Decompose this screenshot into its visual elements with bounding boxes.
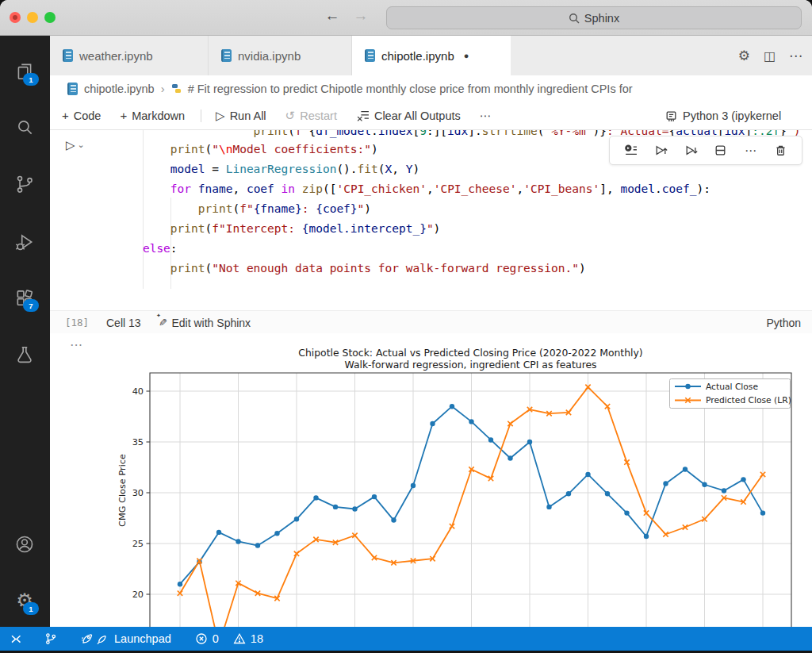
source-control-icon[interactable]	[14, 174, 35, 194]
status-bar: Launchpad 0 18	[0, 627, 812, 651]
code-line[interactable]: print("\nModel coefficients:")	[115, 140, 378, 159]
minimize-window-button[interactable]	[27, 12, 38, 23]
plus-icon: +	[120, 109, 127, 122]
execute-above-icon[interactable]	[653, 144, 668, 158]
run-by-line-icon[interactable]	[624, 144, 638, 158]
errors-count[interactable]: 0	[213, 632, 219, 645]
activity-bar: 1 7 ⚙ 1	[0, 36, 50, 627]
svg-text:30: 30	[132, 488, 144, 498]
breadcrumb[interactable]: chipotle.ipynb › # Fit regression to pre…	[50, 75, 812, 102]
editor-actions: ⚙ ◫ ⋯	[738, 36, 802, 75]
pencil-sparkle-icon: ✎✦	[159, 317, 167, 328]
split-cell-icon[interactable]	[714, 144, 728, 158]
accounts-icon[interactable]	[14, 534, 35, 555]
code-line[interactable]: print("Not enough data points for walk-f…	[115, 259, 586, 278]
git-branch-icon[interactable]	[44, 632, 57, 645]
command-center-search[interactable]: Sphinx	[386, 6, 802, 29]
settings-badge: 1	[23, 602, 39, 615]
breadcrumb-separator: ›	[161, 82, 165, 95]
kernel-picker[interactable]: Python 3 (ipykernel	[665, 102, 812, 130]
run-all-icon: ▷	[216, 109, 225, 123]
notebook-icon	[221, 49, 232, 62]
titlebar: ← → Sphinx	[0, 0, 812, 36]
notebook-icon	[67, 83, 78, 95]
run-cell-button[interactable]: ▷ ⌄	[66, 138, 85, 152]
add-markdown-cell-button[interactable]: + Markdown	[120, 109, 185, 122]
cell-more-actions-icon[interactable]: ⋯	[743, 144, 757, 158]
svg-text:25: 25	[132, 539, 144, 549]
run-debug-icon[interactable]	[14, 232, 35, 252]
restart-kernel-button[interactable]: ↺ Restart	[285, 109, 337, 123]
cell-status-bar: [18] Cell 13 ✎✦ Edit with Sphinx Python	[50, 310, 812, 335]
add-code-cell-button[interactable]: + Code	[62, 109, 101, 122]
cell-toolbar: ⋯	[609, 136, 802, 165]
vscode-window: ← → Sphinx 1 7 ⚙	[0, 0, 812, 653]
settings-gear-icon[interactable]: ⚙ 1	[14, 590, 35, 611]
code-line[interactable]: print(f"{fname}: {coef}")	[115, 199, 371, 219]
tab-bar: weather.ipynb nvidia.ipynb chipotle.ipyn…	[50, 36, 812, 75]
gear-icon[interactable]: ⚙	[738, 48, 750, 64]
execute-cell-and-below-icon[interactable]	[684, 144, 698, 158]
dirty-indicator[interactable]: ●	[464, 51, 469, 60]
svg-text:Predicted Close (LR): Predicted Close (LR)	[706, 395, 791, 405]
restart-icon: ↺	[285, 109, 296, 123]
svg-text:40: 40	[132, 386, 144, 397]
extensions-icon[interactable]: 7	[14, 287, 35, 308]
output-chart: Chipotle Stock: Actual vs Predicted Clos…	[50, 333, 812, 627]
close-window-button[interactable]	[10, 12, 21, 23]
plus-icon: +	[62, 109, 69, 122]
toolbar-divider	[201, 109, 201, 122]
cell-output: ⋯ Chipotle Stock: Actual vs Predicted Cl…	[50, 333, 812, 627]
svg-text:Walk-forward regression, ingre: Walk-forward regression, ingredient CPI …	[344, 359, 596, 371]
code-cell: ▷ ⌄ print(f"{df_model.index[9:][idx].str…	[50, 130, 812, 310]
svg-text:Actual Close: Actual Close	[706, 382, 758, 392]
code-line[interactable]: for fname, coef in zip(['CPI_chicken','C…	[115, 179, 710, 199]
code-line[interactable]: model = LinearRegression().fit(X, Y)	[115, 159, 419, 179]
tab-weather-ipynb[interactable]: weather.ipynb	[50, 36, 209, 75]
launchpad-label[interactable]: Launchpad	[114, 632, 171, 645]
tab-chipotle-ipynb[interactable]: chipotle.ipynb ●	[352, 36, 511, 75]
notebook-icon	[63, 49, 73, 62]
edit-with-sphinx-button[interactable]: ✎✦ Edit with Sphinx	[159, 317, 251, 329]
explorer-icon[interactable]: 1	[14, 61, 35, 82]
search-icon	[569, 13, 580, 24]
code-line[interactable]: else:	[115, 239, 178, 259]
testing-icon[interactable]	[14, 344, 35, 365]
forward-button[interactable]: →	[350, 7, 371, 25]
notebook-icon	[365, 49, 375, 62]
split-editor-icon[interactable]: ◫	[764, 48, 776, 63]
back-button[interactable]: ←	[322, 7, 343, 25]
breadcrumb-section[interactable]: # Fit regression to predict Chipotle mon…	[188, 83, 633, 95]
remote-indicator-icon[interactable]	[10, 632, 22, 645]
explorer-badge: 1	[23, 73, 39, 86]
run-all-button[interactable]: ▷ Run All	[216, 109, 266, 123]
chevron-down-icon: ⌄	[78, 140, 85, 150]
clear-all-outputs-button[interactable]: Clear All Outputs	[356, 109, 461, 122]
svg-text:Chipotle Stock: Actual vs Pred: Chipotle Stock: Actual vs Predicted Clos…	[298, 347, 642, 359]
svg-text:20: 20	[132, 590, 144, 600]
more-actions-icon[interactable]: ⋯	[789, 48, 802, 64]
extensions-badge: 7	[23, 299, 39, 312]
tab-nvidia-ipynb[interactable]: nvidia.ipynb	[209, 36, 352, 75]
warnings-count[interactable]: 18	[251, 632, 263, 645]
code-line[interactable]: print(f"Intercept: {model.intercept_}")	[115, 219, 440, 239]
delete-cell-icon[interactable]	[773, 144, 787, 158]
cell-label: Cell 13	[106, 317, 141, 329]
breadcrumb-file[interactable]: chipotle.ipynb	[84, 83, 155, 95]
execution-count: [18]	[65, 317, 106, 328]
search-value: Sphinx	[584, 12, 619, 25]
editor-area: weather.ipynb nvidia.ipynb chipotle.ipyn…	[50, 36, 812, 627]
cell-language[interactable]: Python	[766, 317, 801, 329]
toolbar-more-icon[interactable]: ⋯	[480, 109, 492, 122]
warnings-icon[interactable]	[233, 632, 246, 645]
search-view-icon[interactable]	[14, 117, 35, 137]
svg-text:35: 35	[132, 437, 144, 447]
rocket-launch-icon[interactable]	[96, 633, 108, 645]
clear-all-icon	[356, 109, 370, 122]
rocket-icon[interactable]	[81, 632, 94, 645]
python-icon	[171, 83, 182, 94]
errors-icon[interactable]	[195, 632, 208, 645]
svg-text:CMG Close Price: CMG Close Price	[117, 454, 128, 527]
zoom-window-button[interactable]	[44, 12, 56, 23]
kernel-icon	[665, 109, 678, 123]
